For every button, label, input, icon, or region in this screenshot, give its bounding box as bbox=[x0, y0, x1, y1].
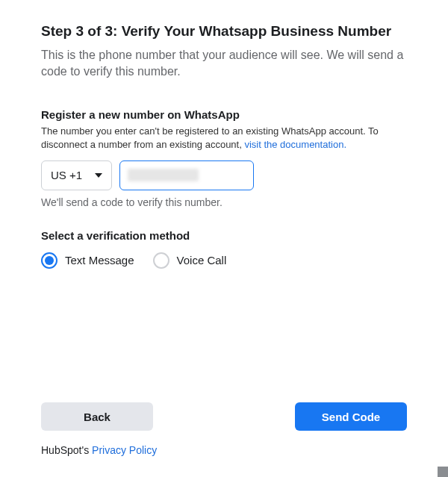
phone-number-input[interactable] bbox=[119, 160, 254, 190]
chevron-down-icon bbox=[95, 173, 102, 178]
footer: Back Send Code HubSpot's Privacy Policy bbox=[41, 402, 407, 456]
send-code-button[interactable]: Send Code bbox=[295, 402, 407, 431]
country-code-select[interactable]: US +1 bbox=[41, 160, 112, 190]
phone-helper-text: We'll send a code to verify this number. bbox=[41, 196, 407, 208]
redacted-placeholder bbox=[128, 169, 199, 181]
radio-label: Text Message bbox=[65, 254, 134, 266]
privacy-policy-link[interactable]: Privacy Policy bbox=[92, 444, 157, 456]
register-label: Register a new number on WhatsApp bbox=[41, 108, 407, 121]
visit-documentation-link[interactable]: visit the documentation. bbox=[244, 139, 346, 150]
register-description: The number you enter can't be registered… bbox=[41, 125, 407, 151]
privacy-prefix: HubSpot's bbox=[41, 444, 92, 456]
privacy-line: HubSpot's Privacy Policy bbox=[41, 444, 407, 456]
step-subtitle: This is the phone number that your audie… bbox=[41, 47, 407, 81]
resize-handle-icon bbox=[438, 467, 448, 477]
verification-label: Select a verification method bbox=[41, 229, 407, 242]
step-title: Step 3 of 3: Verify Your Whatsapp Busine… bbox=[41, 22, 407, 41]
verification-options: Text Message Voice Call bbox=[41, 252, 407, 269]
country-code-value: US +1 bbox=[51, 169, 82, 181]
radio-option-voice-call[interactable]: Voice Call bbox=[153, 252, 227, 269]
radio-icon bbox=[153, 252, 169, 269]
radio-option-text-message[interactable]: Text Message bbox=[41, 252, 134, 269]
button-row: Back Send Code bbox=[41, 402, 407, 431]
phone-row: US +1 bbox=[41, 160, 407, 190]
radio-icon bbox=[41, 252, 57, 269]
radio-label: Voice Call bbox=[177, 254, 227, 266]
back-button[interactable]: Back bbox=[41, 402, 153, 431]
